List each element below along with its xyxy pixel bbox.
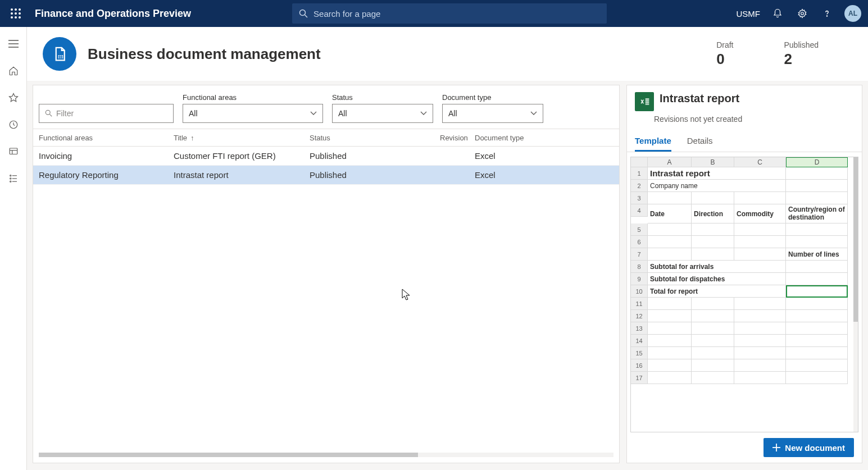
- notifications-icon[interactable]: [770, 6, 785, 21]
- sheet-cell: [648, 248, 692, 261]
- stat-published: Published 2: [784, 40, 819, 68]
- stat-draft: Draft 0: [716, 40, 733, 68]
- new-document-button[interactable]: New document: [764, 438, 854, 457]
- svg-point-1: [15, 8, 17, 11]
- cell-title: Customer FTI report (GER): [168, 151, 304, 161]
- sheet-cell: [786, 223, 848, 236]
- favorites-star-icon[interactable]: [7, 91, 20, 104]
- functional-areas-label: Functional areas: [183, 93, 323, 102]
- filter-search-icon: [45, 109, 53, 117]
- table-row[interactable]: Regulatory ReportingIntrastat reportPubl…: [33, 166, 619, 185]
- search-icon: [299, 9, 308, 18]
- filter-input[interactable]: Filter: [39, 104, 174, 123]
- sheet-cell: [734, 310, 786, 322]
- top-navigation-bar: Finance and Operations Preview Search fo…: [0, 0, 868, 27]
- svg-point-8: [19, 16, 21, 19]
- sheet-cell: D: [786, 157, 848, 167]
- sheet-cell: [692, 310, 734, 322]
- svg-rect-33: [646, 104, 649, 105]
- sheet-cell: Company name: [648, 180, 786, 192]
- sheet-cell: [648, 322, 692, 335]
- sheet-cell: [734, 372, 786, 384]
- workspaces-icon[interactable]: [7, 145, 20, 158]
- sheet-cell: [786, 298, 848, 310]
- settings-gear-icon[interactable]: [795, 6, 810, 21]
- column-header-functional-areas[interactable]: Functional areas: [33, 134, 168, 142]
- stat-draft-label: Draft: [716, 40, 733, 49]
- status-filter-label: Status: [332, 93, 433, 102]
- hamburger-menu-icon[interactable]: [7, 37, 20, 51]
- svg-line-10: [305, 15, 308, 18]
- search-input[interactable]: Search for a page: [292, 3, 607, 24]
- svg-point-9: [300, 10, 306, 16]
- app-launcher-icon[interactable]: [7, 4, 25, 22]
- cell-status: Published: [304, 170, 434, 180]
- sheet-cell: 15: [631, 347, 648, 359]
- doctype-filter-label: Document type: [442, 93, 543, 102]
- sheet-cell: [648, 223, 692, 236]
- functional-areas-select[interactable]: All: [183, 104, 323, 123]
- sheet-cell: Number of lines: [786, 248, 848, 261]
- document-list-card: Filter Functional areas All Status All: [33, 85, 620, 463]
- stat-draft-value: 0: [716, 51, 733, 68]
- cell-doctype: Excel: [469, 151, 576, 161]
- svg-point-12: [826, 16, 827, 16]
- sheet-cell: [734, 223, 786, 236]
- sheet-cell: 12: [631, 310, 648, 322]
- detail-title: Intrastat report: [660, 92, 739, 105]
- svg-rect-17: [10, 148, 17, 154]
- sheet-cell: [648, 372, 692, 384]
- doctype-select[interactable]: All: [442, 104, 543, 123]
- sheet-cell: [786, 180, 848, 192]
- cell-functional-area: Invoicing: [33, 151, 168, 161]
- sort-ascending-icon: ↑: [190, 134, 194, 142]
- company-selector[interactable]: USMF: [737, 9, 761, 19]
- modules-icon[interactable]: [7, 172, 20, 185]
- user-avatar[interactable]: AL: [844, 5, 861, 22]
- sheet-cell: C: [734, 157, 786, 167]
- column-header-doctype[interactable]: Document type: [469, 134, 576, 142]
- svg-point-27: [46, 110, 50, 115]
- home-icon[interactable]: [7, 64, 20, 77]
- vertical-scrollbar[interactable]: [853, 157, 858, 432]
- sheet-cell: [734, 335, 786, 347]
- sheet-cell: [692, 236, 734, 248]
- svg-line-28: [49, 114, 52, 116]
- sheet-cell: 8: [631, 261, 648, 273]
- sheet-cell: [786, 192, 848, 204]
- sheet-cell: [692, 335, 734, 347]
- recent-clock-icon[interactable]: [7, 118, 20, 131]
- sheet-cell: [631, 157, 648, 167]
- stat-published-value: 2: [784, 51, 819, 68]
- svg-point-4: [15, 12, 17, 15]
- sheet-cell: [692, 223, 734, 236]
- spreadsheet-preview: ABCD1Intrastat report2Company name34Date…: [627, 152, 862, 432]
- chevron-down-icon: [420, 111, 427, 116]
- sheet-cell: [648, 335, 692, 347]
- sheet-cell: [734, 359, 786, 372]
- sheet-cell: [648, 298, 692, 310]
- column-header-revision[interactable]: Revision: [434, 134, 469, 142]
- column-header-status[interactable]: Status: [304, 134, 434, 142]
- help-icon[interactable]: [820, 6, 834, 21]
- sheet-cell: 4: [631, 204, 648, 217]
- sheet-cell: 1: [631, 167, 648, 180]
- sheet-cell: [786, 310, 848, 322]
- app-title: Finance and Operations Preview: [35, 8, 191, 20]
- column-header-title[interactable]: Title ↑: [168, 134, 304, 142]
- tab-template[interactable]: Template: [635, 136, 671, 152]
- sheet-cell: [786, 167, 848, 180]
- horizontal-scrollbar[interactable]: [39, 453, 613, 457]
- plus-icon: [772, 444, 780, 451]
- sheet-cell: [786, 285, 848, 298]
- sheet-cell: [734, 192, 786, 204]
- svg-point-7: [15, 16, 17, 19]
- table-row[interactable]: InvoicingCustomer FTI report (GER)Publis…: [33, 147, 619, 166]
- sheet-cell: 17: [631, 372, 648, 384]
- tab-details[interactable]: Details: [687, 136, 713, 152]
- sheet-cell: [648, 359, 692, 372]
- sheet-cell: Intrastat report: [648, 167, 786, 180]
- sheet-cell: [648, 192, 692, 204]
- status-select[interactable]: All: [332, 104, 433, 123]
- sheet-cell: Date: [648, 204, 692, 223]
